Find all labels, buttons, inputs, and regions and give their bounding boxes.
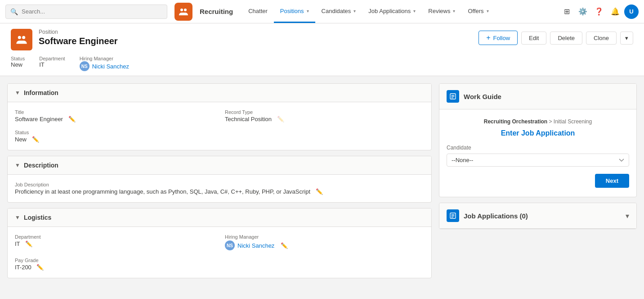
record-header: Position Software Engineer Follow Edit D… xyxy=(0,23,644,76)
hiring-manager-avatar: NS xyxy=(80,61,89,71)
record-name: Software Engineer xyxy=(39,36,118,46)
top-navigation: 🔍 Recruiting Chatter Positions ▾ Candida… xyxy=(0,0,644,23)
meta-department: Department IT xyxy=(39,56,65,71)
tab-positions[interactable]: Positions ▾ xyxy=(274,0,315,23)
logistics-department-field: Department IT ✏️ xyxy=(15,234,214,250)
title-field: Title Software Engineer ✏️ xyxy=(15,109,214,122)
app-launcher-icon[interactable]: ⊞ xyxy=(559,5,574,19)
job-applications-card: Job Applications (0) ▾ xyxy=(439,203,637,229)
user-avatar[interactable]: U xyxy=(624,5,639,19)
job-description-edit-icon[interactable]: ✏️ xyxy=(316,188,323,195)
record-type-label: Position xyxy=(39,29,118,35)
app-name: Recruiting xyxy=(200,8,233,15)
record-type-edit-icon[interactable]: ✏️ xyxy=(277,116,284,122)
job-description-field: Job Description Proficiency in at least … xyxy=(15,182,424,195)
tab-reviews[interactable]: Reviews ▾ xyxy=(422,0,461,23)
record-type-value: Technical Position xyxy=(225,116,272,122)
job-applications-header: Job Applications (0) ▾ xyxy=(439,203,636,229)
status-field: Status New ✏️ xyxy=(15,130,214,143)
status-edit-icon[interactable]: ✏️ xyxy=(32,136,39,143)
next-button[interactable]: Next xyxy=(595,174,629,188)
edit-button[interactable]: Edit xyxy=(521,32,546,45)
more-actions-button[interactable]: ▾ xyxy=(620,32,633,45)
orchestration-path: Recruiting Orchestration > Initial Scree… xyxy=(447,118,629,125)
follow-button[interactable]: Follow xyxy=(479,31,518,45)
logistics-section: ▼ Logistics Department IT ✏️ Hiring Mana… xyxy=(7,208,432,278)
logistics-chevron: ▼ xyxy=(15,214,20,221)
information-section-body: Title Software Engineer ✏️ Record Type T… xyxy=(8,102,431,150)
reviews-tab-arrow: ▾ xyxy=(453,9,455,14)
setup-icon[interactable]: ⚙️ xyxy=(576,5,590,19)
logistics-hiring-manager-edit-icon[interactable]: ✏️ xyxy=(281,242,288,249)
info-empty-field xyxy=(225,130,424,143)
record-actions: Follow Edit Delete Clone ▾ xyxy=(479,31,633,45)
job-applications-icon xyxy=(447,209,459,222)
title-value: Software Engineer xyxy=(15,116,63,122)
svg-point-2 xyxy=(18,36,21,39)
orchestration-bold: Recruiting Orchestration xyxy=(484,118,547,125)
left-panel: ▼ Information Title Software Engineer ✏️… xyxy=(7,83,432,278)
job-applications-expand-icon[interactable]: ▾ xyxy=(626,212,629,220)
description-section-header[interactable]: ▼ Description xyxy=(8,156,431,175)
nav-right-icons: ⊞ ⚙️ ❓ 🔔 U xyxy=(559,5,639,19)
logistics-department-value: IT xyxy=(15,240,20,247)
candidate-label: Candidate xyxy=(447,145,629,151)
orchestration-suffix: > Initial Screening xyxy=(549,118,592,125)
logistics-hiring-manager-avatar: NS xyxy=(225,240,235,250)
logistics-section-header[interactable]: ▼ Logistics xyxy=(8,208,431,227)
tab-offers[interactable]: Offers ▾ xyxy=(461,0,495,23)
enter-job-application-label: Enter Job Application xyxy=(447,129,629,137)
global-search-bar[interactable]: 🔍 xyxy=(5,5,167,19)
work-guide-icon xyxy=(447,90,459,103)
app-icon xyxy=(174,3,192,21)
description-chevron: ▼ xyxy=(15,162,20,168)
record-type-field: Record Type Technical Position ✏️ xyxy=(225,109,424,122)
title-edit-icon[interactable]: ✏️ xyxy=(68,116,76,122)
logistics-department-edit-icon[interactable]: ✏️ xyxy=(25,240,32,247)
logistics-hiring-manager-link[interactable]: Nicki Sanchez xyxy=(237,242,274,249)
search-input[interactable] xyxy=(22,8,162,15)
delete-button[interactable]: Delete xyxy=(550,32,582,45)
tab-job-applications[interactable]: Job Applications ▾ xyxy=(362,0,422,23)
svg-point-3 xyxy=(22,36,25,39)
svg-point-0 xyxy=(180,9,183,11)
clone-button[interactable]: Clone xyxy=(586,32,617,45)
job-applications-title-row: Job Applications (0) xyxy=(447,209,528,222)
help-icon[interactable]: ❓ xyxy=(592,5,606,19)
search-icon: 🔍 xyxy=(10,8,18,15)
information-chevron: ▼ xyxy=(15,90,20,96)
job-description-value: Proficiency in at least one programming … xyxy=(15,188,310,195)
description-section-title: Description xyxy=(24,162,58,169)
main-content: ▼ Information Title Software Engineer ✏️… xyxy=(0,76,644,285)
pay-grade-edit-icon[interactable]: ✏️ xyxy=(36,264,44,271)
logistics-hiring-manager-field: Hiring Manager NS Nicki Sanchez ✏️ xyxy=(225,234,424,250)
logistics-empty-field xyxy=(225,258,424,271)
information-section: ▼ Information Title Software Engineer ✏️… xyxy=(7,83,432,150)
work-guide-title: Work Guide xyxy=(464,93,501,100)
tab-chatter[interactable]: Chatter xyxy=(242,0,274,23)
information-section-title: Information xyxy=(24,89,58,96)
candidate-select[interactable]: --None-- xyxy=(447,154,629,167)
meta-status: Status New xyxy=(11,56,25,71)
job-apps-tab-arrow: ▾ xyxy=(413,9,416,14)
record-title-area: Position Software Engineer xyxy=(11,29,118,50)
offers-tab-arrow: ▾ xyxy=(487,9,489,14)
status-value: New xyxy=(15,136,27,143)
work-guide-header: Work Guide xyxy=(439,84,636,109)
information-section-header[interactable]: ▼ Information xyxy=(8,84,431,102)
candidates-tab-arrow: ▾ xyxy=(353,9,356,14)
description-section: ▼ Description Job Description Proficienc… xyxy=(7,156,432,203)
svg-point-1 xyxy=(184,9,187,11)
record-type-icon xyxy=(11,29,32,50)
logistics-section-body: Department IT ✏️ Hiring Manager NS Nicki… xyxy=(8,227,431,278)
notifications-icon[interactable]: 🔔 xyxy=(608,5,622,19)
pay-grade-value: IT-200 xyxy=(15,264,31,271)
job-applications-title: Job Applications (0) xyxy=(464,212,528,220)
nav-tabs: Chatter Positions ▾ Candidates ▾ Job App… xyxy=(242,0,554,23)
tab-candidates[interactable]: Candidates ▾ xyxy=(315,0,362,23)
hiring-manager-link[interactable]: Nicki Sanchez xyxy=(92,63,129,70)
meta-hiring-manager: Hiring Manager NS Nicki Sanchez xyxy=(80,56,129,71)
positions-tab-arrow: ▾ xyxy=(307,9,309,14)
right-panel: Work Guide Recruiting Orchestration > In… xyxy=(439,83,637,229)
description-section-body: Job Description Proficiency in at least … xyxy=(8,175,431,202)
